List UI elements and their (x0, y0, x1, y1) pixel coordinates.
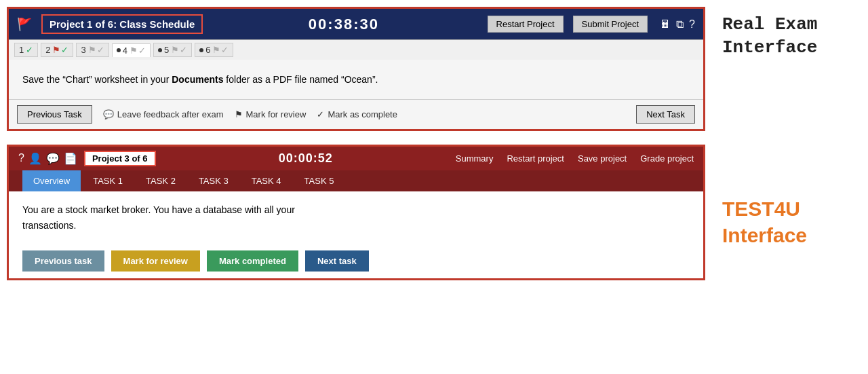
test4u-project-badge: Project 3 of 6 (84, 151, 156, 166)
real-exam-label: Real ExamInterface (722, 14, 858, 60)
tab-4-flag-icon: ⚑ (130, 45, 138, 56)
tab-4-dot (117, 48, 121, 52)
exam-timer: 00:38:30 (210, 16, 477, 33)
test4u-review-button[interactable]: Mark for review (111, 250, 200, 272)
exam-task-content: Save the “Chart” worksheet in your Docum… (9, 60, 703, 99)
test4u-header-icons: ? 👤 💬 📄 (18, 152, 77, 165)
tab-3-check-icon: ✓ (97, 45, 104, 55)
test4u-label: TEST4UInterface (722, 195, 858, 248)
flag-icon: 🚩 (17, 17, 32, 32)
test4u-tab-task2[interactable]: TASK 2 (135, 170, 186, 191)
test4u-header: ? 👤 💬 📄 Project 3 of 6 00:00:52 Summary … (9, 147, 703, 170)
flag-review-icon: ⚑ (235, 109, 243, 119)
tab-6-dot (199, 48, 203, 52)
test4u-header-links: Summary Restart project Save project Gra… (456, 153, 694, 164)
test4u-tab-task4[interactable]: TASK 4 (241, 170, 292, 191)
submit-project-button[interactable]: Submit Project (573, 16, 648, 33)
tab-2-label: 2 (45, 45, 50, 55)
document-icon[interactable]: 📄 (64, 152, 77, 165)
tab-1-check-icon: ✓ (26, 45, 33, 55)
grade-project-link[interactable]: Grade project (640, 153, 694, 164)
tab-3-label: 3 (81, 45, 85, 55)
test4u-bottom-bar: Previous task Mark for review Mark compl… (9, 244, 703, 278)
restart-project-button[interactable]: Restart Project (488, 16, 564, 33)
tab-6-check-icon: ✓ (221, 45, 229, 55)
tab-5-flag-icon: ⚑ (171, 45, 179, 55)
tab-4-label: 4 (123, 45, 127, 56)
tab-2-flag-icon: ⚑ (52, 45, 60, 55)
tab-5-check-icon: ✓ (180, 45, 187, 55)
test4u-tab-task5[interactable]: TASK 5 (294, 170, 345, 191)
tab-5-dot (158, 48, 162, 52)
chat-icon[interactable]: 💬 (46, 152, 60, 165)
window-icon[interactable]: ⧉ (676, 18, 684, 31)
tab-6-flag-icon: ⚑ (212, 45, 220, 55)
test4u-panel: ? 👤 💬 📄 Project 3 of 6 00:00:52 Summary … (7, 145, 705, 280)
restart-project-link[interactable]: Restart project (507, 153, 564, 164)
exam-tab-3[interactable]: 3 ⚑ ✓ (76, 43, 108, 57)
test4u-next-button[interactable]: Next task (305, 250, 369, 272)
leave-feedback-action[interactable]: 💬 Leave feedback after exam (103, 109, 224, 119)
tab-5-label: 5 (164, 45, 169, 55)
exam-tab-2[interactable]: 2 ⚑ ✓ (41, 43, 73, 57)
calculator-icon[interactable]: 🖩 (660, 18, 671, 31)
exam-title: Project 1 of 6: Class Schedule (41, 14, 203, 34)
previous-task-button[interactable]: Previous Task (17, 105, 92, 124)
tab-1-label: 1 (19, 45, 24, 55)
mark-review-action[interactable]: ⚑ Mark for review (235, 109, 307, 119)
test4u-content-line2: transactions. (22, 218, 690, 233)
tab-6-label: 6 (205, 45, 210, 55)
check-complete-icon: ✓ (317, 109, 324, 119)
exam-header: 🚩 Project 1 of 6: Class Schedule 00:38:3… (9, 9, 703, 39)
test4u-tab-task3[interactable]: TASK 3 (188, 170, 239, 191)
help-icon[interactable]: ? (689, 18, 695, 31)
header-icons: 🖩 ⧉ ? (660, 18, 695, 31)
summary-link[interactable]: Summary (456, 153, 494, 164)
question-icon[interactable]: ? (18, 152, 24, 165)
tab-2-check-icon: ✓ (61, 45, 68, 55)
exam-task-tabs: 1 ✓ 2 ⚑ ✓ 3 ⚑ ✓ (9, 39, 703, 60)
test4u-content-line1: You are a stock market broker. You have … (22, 202, 690, 217)
task-instruction: Save the “Chart” worksheet in your Docum… (22, 72, 690, 87)
right-labels-area: Real ExamInterface TEST4UInterface (712, 0, 868, 374)
tab-4-check-icon: ✓ (138, 45, 146, 56)
exam-tab-4[interactable]: 4 ⚑ ✓ (112, 43, 151, 57)
next-task-button[interactable]: Next Task (636, 105, 695, 124)
exam-bottom-bar: Previous Task 💬 Leave feedback after exa… (9, 99, 703, 129)
exam-tab-5[interactable]: 5 ⚑ ✓ (153, 43, 192, 57)
test4u-previous-button[interactable]: Previous task (22, 250, 104, 272)
save-project-link[interactable]: Save project (578, 153, 627, 164)
test4u-complete-button[interactable]: Mark completed (207, 250, 298, 272)
test4u-tab-overview[interactable]: Overview (22, 170, 81, 191)
real-exam-panel: 🚩 Project 1 of 6: Class Schedule 00:38:3… (7, 7, 705, 131)
feedback-icon: 💬 (103, 109, 114, 119)
tab-3-flag-icon: ⚑ (88, 45, 96, 55)
test4u-task-content: You are a stock market broker. You have … (9, 191, 703, 244)
test4u-tab-task1[interactable]: TASK 1 (82, 170, 134, 191)
person-icon[interactable]: 👤 (28, 152, 42, 165)
test4u-task-tabs: Overview TASK 1 TASK 2 TASK 3 TASK 4 TAS… (9, 170, 703, 191)
exam-tab-1[interactable]: 1 ✓ (14, 43, 38, 57)
mark-complete-action[interactable]: ✓ Mark as complete (317, 109, 397, 119)
test4u-timer: 00:00:52 (163, 151, 449, 166)
exam-tab-6[interactable]: 6 ⚑ ✓ (195, 43, 233, 57)
